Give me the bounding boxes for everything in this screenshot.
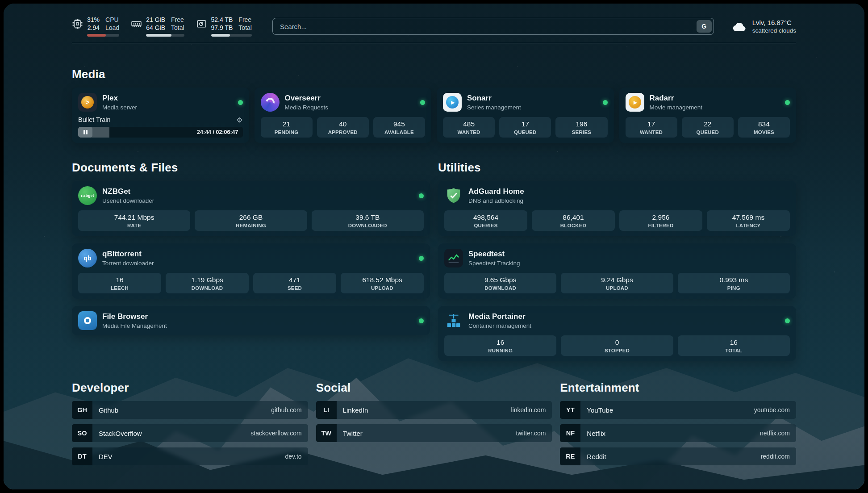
bookmark-name: LinkedIn [343,406,368,414]
stat-label: QUERIES [446,223,526,228]
service-card-sonarr[interactable]: Sonarr Series management 485 WANTED 17 Q… [437,88,614,143]
memory-free-value: 21 GiB [146,16,165,24]
stat-seed: 471 SEED [253,273,336,293]
service-description: Torrent downloader [102,260,413,267]
group-documents-files: Documents & Files nzbget NZBGet Usenet d… [72,161,430,361]
group-title-social: Social [316,381,552,395]
service-description: Media File Management [102,322,413,329]
filebrowser-icon [78,311,97,330]
playback-progress-bar[interactable]: 24:44 / 02:06:47 [78,127,243,138]
bookmark-row-github[interactable]: GH Github github.com [72,401,308,419]
memory-free-label: Free [171,16,184,24]
service-card-speedtest[interactable]: Speedtest Speedtest Tracking 9.65 Gbps D… [438,243,796,299]
service-name: Plex [102,94,233,103]
bookmark-name: YouTube [587,406,613,414]
overseerr-swirl-glyph [264,96,276,108]
card-header: AdGuard Home DNS and adblocking [444,186,790,205]
bookmark-url: netflix.com [760,430,790,437]
service-meta: qBittorrent Torrent downloader [102,250,413,267]
service-meta: Overseerr Media Requests [285,94,415,111]
stat-row: 498,564 QUERIES 86,401 BLOCKED 2,956 FIL… [444,210,790,231]
stat-label: TOTAL [680,348,788,353]
bookmark-row-reddit[interactable]: RE Reddit reddit.com [560,447,796,465]
stat-running: 16 RUNNING [444,335,556,356]
stat-value: 196 [557,120,605,128]
service-card-filebrowser[interactable]: File Browser Media File Management [72,306,430,335]
stat-label: DOWNLOAD [167,285,247,291]
card-header: File Browser Media File Management [78,311,424,330]
utilities-card-stack: AdGuard Home DNS and adblocking 498,564 … [438,181,796,361]
stat-row: 17 WANTED 22 QUEUED 834 MOVIES [626,117,790,138]
service-card-adguard[interactable]: AdGuard Home DNS and adblocking 498,564 … [438,181,796,236]
stat-value: 9.24 Gbps [563,276,671,284]
stat-row: 744.21 Mbps RATE 266 GB REMAINING 39.6 T… [78,210,424,231]
disk-free-value: 52.4 TB [211,16,233,24]
stat-value: 498,564 [446,213,526,221]
stat-value: 2,956 [621,213,701,221]
weather-location-temp: Lviv, 16.87°C [752,19,796,26]
stat-label: PENDING [263,130,311,135]
stat-label: SERIES [557,130,605,135]
cpu-usage-label: CPU [105,16,119,24]
stat-value: 47.569 ms [709,213,788,221]
stat-value: 744.21 Mbps [80,213,188,221]
service-card-nzbget[interactable]: nzbget NZBGet Usenet downloader 744.21 M… [72,181,430,236]
service-name: NZBGet [102,187,413,196]
card-header: Sonarr Series management [443,93,608,112]
disk-total-label: Total [238,24,252,32]
card-header: Radarr Movie management [626,93,790,112]
memory-icon [131,18,142,29]
service-meta: NZBGet Usenet downloader [102,187,413,204]
cpu-usage-bar-fill [87,34,106,37]
disk-widget: 52.4 TB Free 97.9 TB Total [196,16,252,37]
stat-value: 17 [501,120,549,128]
bookmark-groups: Developer GH Github github.com SO StackO… [72,381,796,465]
gear-icon[interactable]: ⚙ [237,117,242,123]
bookmark-row-linkedin[interactable]: LI LinkedIn linkedin.com [316,401,552,419]
service-card-qbittorrent[interactable]: qb qBittorrent Torrent downloader 16 LEE… [72,243,430,299]
stat-row: 16 RUNNING 0 STOPPED 16 TOTAL [444,335,790,356]
stat-label: RATE [80,223,188,228]
status-dot-online [419,256,424,261]
dashboard-screen: 31% CPU 2.94 Load [4,4,864,489]
service-card-plex[interactable]: Plex Media server Bullet Train ⚙ 24:44 /… [72,88,249,143]
bookmark-row-dev[interactable]: DT DEV dev.to [72,447,308,465]
service-card-portainer[interactable]: Media Portainer Container management 16 … [438,306,796,361]
service-name: Sonarr [467,94,597,103]
stat-wanted: 485 WANTED [443,117,495,138]
bookmark-name: Reddit [587,453,606,460]
bookmark-row-netflix[interactable]: NF Netflix netflix.com [560,424,796,442]
nzbget-icon: nzbget [78,186,97,205]
status-dot-online [785,318,790,323]
service-name: Radarr [650,94,780,103]
search-input[interactable] [272,18,714,35]
service-description: DNS and adblocking [468,197,790,204]
service-name: qBittorrent [102,250,413,259]
stat-queries: 498,564 QUERIES [444,210,527,231]
stat-value: 9.65 Gbps [446,276,555,284]
search-provider-button[interactable]: G [697,20,712,33]
bookmark-url: stackoverflow.com [250,430,301,437]
stat-row: 485 WANTED 17 QUEUED 196 SERIES [443,117,608,138]
stat-row: 9.65 Gbps DOWNLOAD 9.24 Gbps UPLOAD 0.99… [444,273,790,293]
bookmark-row-youtube[interactable]: YT YouTube youtube.com [560,401,796,419]
cpu-readout: 31% CPU 2.94 Load [87,16,119,37]
bookmark-abbr: YT [560,401,580,419]
stat-label: REMAINING [196,223,305,228]
pause-button[interactable] [78,127,92,138]
card-header: qb qBittorrent Torrent downloader [78,249,424,267]
bookmark-row-stackoverflow[interactable]: SO StackOverflow stackoverflow.com [72,424,308,442]
bookmark-row-twitter[interactable]: TW Twitter twitter.com [316,424,552,442]
stat-remaining: 266 GB REMAINING [195,210,307,231]
memory-readout: 21 GiB Free 64 GiB Total [146,16,184,37]
top-bar: 31% CPU 2.94 Load [72,16,796,37]
service-card-overseerr[interactable]: Overseerr Media Requests 21 PENDING 40 A… [255,88,432,143]
service-description: Media server [102,104,233,111]
disk-free-label: Free [238,16,252,24]
service-card-radarr[interactable]: Radarr Movie management 17 WANTED 22 QUE… [619,88,797,143]
memory-widget: 21 GiB Free 64 GiB Total [131,16,184,37]
stat-value: 485 [445,120,493,128]
bookmark-rows: YT YouTube youtube.com NF Netflix netfli… [560,401,796,465]
now-playing-title: Bullet Train [78,116,111,123]
speedtest-chart-icon [444,249,463,267]
